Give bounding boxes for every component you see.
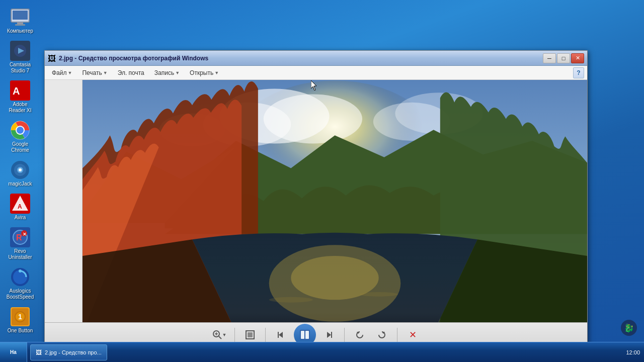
rotate-left-button[interactable] [351, 326, 369, 344]
taskbar-clock: 12:00 [626, 349, 640, 355]
desktop: Компьютер CamtasiaStudio 7 A AdobeRead [0, 0, 644, 362]
svg-rect-56 [305, 331, 309, 339]
window-content [45, 80, 587, 322]
svg-rect-2 [17, 22, 23, 24]
menu-file[interactable]: Файл ▼ [48, 68, 76, 77]
separator-2 [265, 328, 266, 342]
desktop-icon-onebutton[interactable]: 1 One Button [2, 305, 38, 336]
window-sidebar [45, 80, 83, 322]
zoom-button[interactable]: ▼ [210, 326, 228, 344]
landscape-image [83, 80, 587, 322]
svg-rect-1 [13, 11, 28, 20]
svg-marker-52 [279, 332, 283, 338]
svg-point-16 [19, 168, 22, 171]
minimize-button[interactable]: ─ [543, 53, 556, 63]
svg-point-45 [360, 292, 398, 297]
menu-record[interactable]: Запись ▼ [150, 68, 184, 77]
window-controls: ─ □ ✕ [543, 53, 584, 63]
desktop-icon-revo[interactable]: R ✕ RevoUninstaller [2, 225, 38, 262]
svg-text:A: A [13, 85, 20, 97]
svg-text:A: A [18, 203, 22, 210]
svg-point-44 [269, 297, 313, 303]
start-label: На [10, 349, 17, 355]
desktop-icon-auslogics[interactable]: AuslogicsBoostSpeed [2, 265, 38, 302]
icon-label-onebutton: One Button [8, 328, 33, 334]
delete-button[interactable]: ✕ [404, 326, 422, 344]
menu-email[interactable]: Эл. почта [114, 68, 148, 77]
window-titlebar: 🖼 2.jpg - Средство просмотра фотографий … [45, 51, 587, 66]
taskbar-item-label: 2.jpg - Средство про... [45, 349, 102, 355]
svg-text:✕: ✕ [23, 232, 27, 237]
menu-file-arrow: ▼ [68, 70, 72, 75]
icon-label-computer: Компьютер [7, 28, 33, 34]
icon-label-chrome: Google Chrome [4, 141, 36, 153]
separator-3 [344, 328, 345, 342]
svg-rect-53 [278, 332, 279, 338]
icon-label-auslogics: AuslogicsBoostSpeed [7, 288, 34, 300]
taskbar-items: 🖼 2.jpg - Средство про... [27, 344, 622, 360]
separator-4 [397, 328, 397, 342]
icon-label-adobe: AdobeReader XI [9, 102, 31, 114]
menu-open[interactable]: Открыть ▼ [186, 68, 223, 77]
photo-viewer-window: 🖼 2.jpg - Средство просмотра фотографий … [44, 50, 588, 347]
taskbar-right: 12:00 [622, 349, 644, 355]
menu-print-arrow: ▼ [103, 70, 108, 75]
svg-point-36 [264, 94, 362, 143]
icon-label-magicjack: magicJack [8, 181, 32, 187]
rotate-right-button[interactable] [373, 326, 391, 344]
desktop-icon-magicjack[interactable]: magicJack [2, 158, 38, 189]
svg-rect-58 [331, 332, 332, 338]
menu-print[interactable]: Печать ▼ [78, 68, 111, 77]
desktop-icon-chrome[interactable]: Google Chrome [2, 118, 38, 155]
desktop-icons: Компьютер CamtasiaStudio 7 A AdobeRead [0, 0, 40, 342]
taskbar: На 🖼 2.jpg - Средство про... 12:00 [0, 342, 644, 362]
window-title: 2.jpg - Средство просмотра фотографий Wi… [59, 55, 543, 62]
help-button[interactable]: ? [573, 67, 584, 78]
svg-rect-51 [248, 332, 253, 337]
desktop-icon-adobe[interactable]: A AdobeReader XI [2, 78, 38, 116]
svg-line-47 [219, 336, 221, 339]
menu-record-arrow: ▼ [175, 70, 180, 75]
svg-point-27 [19, 269, 22, 273]
desktop-icon-computer[interactable]: Компьютер [2, 5, 38, 36]
svg-text:🐉: 🐉 [624, 323, 634, 333]
svg-rect-3 [15, 24, 25, 26]
window-menubar: Файл ▼ Печать ▼ Эл. почта Запись ▼ Откры… [45, 66, 587, 80]
close-button[interactable]: ✕ [571, 53, 584, 63]
separator-1 [234, 328, 235, 342]
desktop-icon-avira[interactable]: A Avira [2, 192, 38, 223]
svg-marker-57 [327, 332, 331, 338]
actual-size-button[interactable] [241, 326, 259, 344]
svg-rect-55 [301, 331, 304, 339]
photo-area [83, 80, 587, 322]
svg-point-12 [17, 127, 24, 134]
taskbar-photo-viewer[interactable]: 🖼 2.jpg - Средство про... [30, 344, 107, 360]
menu-open-arrow: ▼ [214, 70, 219, 75]
prev-button[interactable] [272, 326, 290, 344]
icon-label-revo: RevoUninstaller [8, 248, 32, 260]
start-button-area: На [0, 342, 27, 363]
svg-text:1: 1 [18, 313, 22, 321]
icon-label-avira: Avira [15, 215, 26, 221]
mascot-icon: 🐉 [620, 319, 638, 337]
next-button[interactable] [320, 326, 338, 344]
icon-label-camtasia: CamtasiaStudio 7 [10, 62, 31, 74]
window-icon: 🖼 [48, 54, 56, 62]
svg-text:R: R [16, 233, 22, 242]
desktop-icon-camtasia[interactable]: CamtasiaStudio 7 [2, 39, 38, 76]
maximize-button[interactable]: □ [557, 53, 570, 63]
